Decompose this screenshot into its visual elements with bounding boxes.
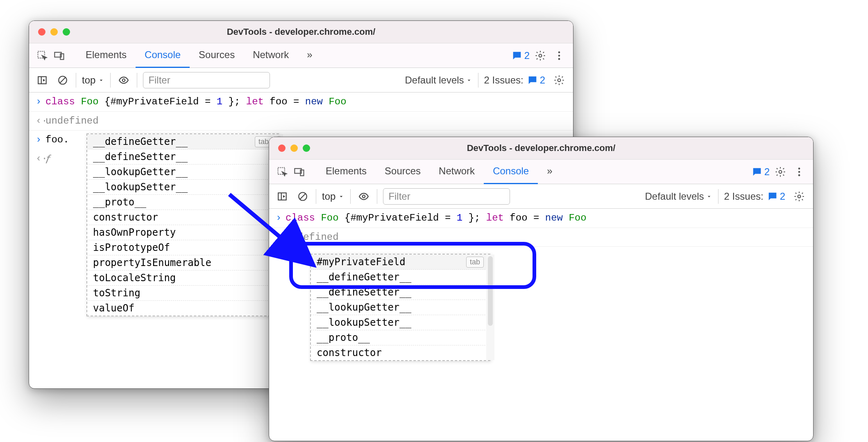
kebab-menu-button[interactable] [791,164,807,180]
minimize-window-button[interactable] [50,28,58,36]
maximize-window-button[interactable] [63,28,70,36]
divider [350,189,351,204]
filter-input[interactable] [383,188,510,205]
issues-label: 2 Issues: [724,191,764,202]
divider [137,73,137,88]
chevron-down-icon [466,77,472,83]
autocomplete-item[interactable]: __lookupGetter__ [311,300,490,315]
close-window-button[interactable] [38,28,45,36]
log-levels-dropdown[interactable]: Default levels [645,191,712,202]
console-toolbar: top Default levels 2 Issues: 2 [269,184,813,209]
code-content: class Foo {#myPrivateField = 1 }; let fo… [286,211,807,225]
svg-line-10 [60,77,66,83]
titlebar: DevTools - developer.chrome.com/ [269,137,813,160]
issues-indicator[interactable]: 2 [751,166,770,178]
tab-sources[interactable]: Sources [190,43,244,68]
tab-elements[interactable]: Elements [77,43,136,68]
autocomplete-item[interactable]: propertyIsEnumerable [87,255,278,271]
console-settings-button[interactable] [791,188,807,205]
autocomplete-item[interactable]: __lookupGetter__ [87,165,278,180]
window-title: DevTools - developer.chrome.com/ [29,27,573,37]
issues-badge-count: 2 [540,74,545,86]
autocomplete-item[interactable]: constructor [311,345,490,360]
autocomplete-item[interactable]: #myPrivateFieldtab [311,255,490,270]
console-settings-button[interactable] [551,72,567,88]
chat-icon [767,191,778,202]
output-arrow-icon: ‹· [36,114,45,128]
live-expression-button[interactable] [356,189,371,204]
autocomplete-item[interactable]: isPrototypeOf [87,240,278,255]
traffic-lights [269,144,310,152]
autocomplete-item[interactable]: __defineGetter__tab [87,134,278,149]
execution-context-dropdown[interactable]: top [322,191,344,202]
tab-sources[interactable]: Sources [376,160,430,184]
autocomplete-item[interactable]: toLocaleString [87,271,278,286]
output-arrow-icon: ‹· [36,152,45,166]
log-levels-dropdown[interactable]: Default levels [405,74,472,86]
autocomplete-item[interactable]: __lookupSetter__ [311,315,490,330]
tab-network[interactable]: Network [430,160,484,184]
clear-console-button[interactable] [55,73,70,88]
tab-network[interactable]: Network [244,43,298,68]
titlebar: DevTools - developer.chrome.com/ [29,21,573,43]
autocomplete-item[interactable]: __proto__ [87,195,278,210]
maximize-window-button[interactable] [303,144,310,152]
tab-console[interactable]: Console [484,160,538,184]
svg-point-12 [558,79,561,81]
execution-context-dropdown[interactable]: top [82,74,104,86]
console-body: › class Foo {#myPrivateField = 1 }; let … [269,209,813,266]
issues-count: 2 [524,50,530,61]
divider [316,189,316,204]
settings-button[interactable] [532,47,548,64]
console-result-line: ‹· undefined [29,112,573,131]
more-tabs-button[interactable]: » [538,160,561,184]
autocomplete-item[interactable]: __proto__ [311,330,490,345]
panel-tabbar: Elements Sources Network Console » 2 [269,160,813,184]
settings-button[interactable] [772,164,789,180]
chevron-down-icon [706,193,712,200]
toggle-sidebar-button[interactable] [35,73,50,88]
svg-point-17 [798,167,800,169]
input-prompt-icon: › [276,249,286,263]
issues-summary[interactable]: 2 Issues: 2 [724,191,785,202]
window-title: DevTools - developer.chrome.com/ [269,143,813,153]
scrollbar-thumb[interactable] [488,256,493,326]
toggle-sidebar-button[interactable] [275,189,290,204]
context-label: top [322,191,335,202]
svg-point-18 [798,171,800,173]
clear-console-button[interactable] [295,189,310,204]
autocomplete-item[interactable]: __defineSetter__ [311,285,490,300]
more-tabs-button[interactable]: » [298,43,321,68]
inspect-element-icon[interactable] [275,165,290,179]
issues-indicator[interactable]: 2 [511,50,530,61]
device-toolbar-icon[interactable] [292,165,307,179]
svg-point-3 [539,54,542,57]
minimize-window-button[interactable] [290,144,298,152]
tab-hint: tab [466,257,484,268]
close-window-button[interactable] [278,144,286,152]
autocomplete-item[interactable]: __lookupSetter__ [87,180,278,195]
autocomplete-item[interactable]: toString [87,286,278,301]
console-toolbar: top Default levels 2 Issues: 2 [29,68,573,92]
input-prompt-icon: › [276,211,286,225]
autocomplete-item[interactable]: __defineSetter__ [87,149,278,165]
svg-point-19 [798,174,800,176]
autocomplete-item[interactable]: constructor [87,210,278,225]
filter-input[interactable] [143,72,270,88]
autocomplete-item[interactable]: valueOf [87,301,278,316]
input-prompt-icon: › [36,95,45,109]
panel-tabs: Elements Console Sources Network » [77,43,322,68]
tab-elements[interactable]: Elements [317,160,376,184]
device-toolbar-icon[interactable] [52,48,67,63]
svg-point-24 [363,195,365,198]
panel-tabbar: Elements Console Sources Network » 2 [29,43,573,68]
autocomplete-item[interactable]: __defineGetter__ [311,270,490,285]
tab-console[interactable]: Console [136,43,190,68]
kebab-menu-button[interactable] [551,47,567,64]
svg-rect-15 [300,170,304,176]
function-preview: ƒ [45,152,51,166]
inspect-element-icon[interactable] [35,48,50,63]
live-expression-button[interactable] [116,73,131,88]
issues-summary[interactable]: 2 Issues: 2 [484,74,545,86]
autocomplete-item[interactable]: hasOwnProperty [87,225,278,240]
